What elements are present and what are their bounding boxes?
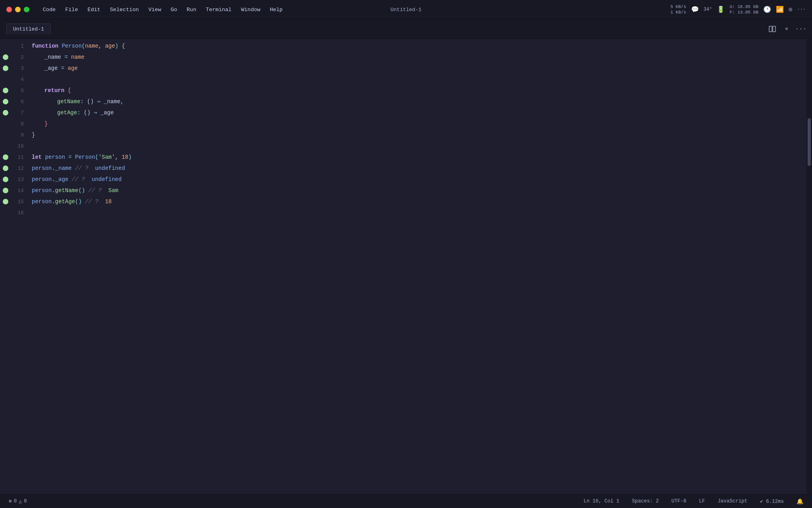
code-line-2: _name = name [32, 52, 806, 63]
split-icon [769, 25, 776, 33]
code-line-4 [32, 74, 806, 85]
code-line-10 [32, 140, 806, 152]
breakpoint-13[interactable] [0, 177, 11, 182]
code-line-1: function Person(name, age) { [32, 40, 806, 52]
menu-run[interactable]: Run [183, 6, 200, 13]
maximize-button[interactable] [24, 7, 29, 12]
code-line-16 [32, 207, 806, 218]
breakpoint-2[interactable] [0, 54, 11, 60]
breakpoint-15[interactable] [0, 199, 11, 204]
line-11: 11 [0, 152, 29, 163]
cursor-position[interactable]: Ln 16, Col 1 [581, 498, 622, 505]
scrollbar-thumb[interactable] [808, 118, 811, 166]
menu-terminal[interactable]: Terminal [202, 6, 236, 13]
line-10: 10 [0, 140, 29, 152]
line-14: 14 [0, 185, 29, 196]
breakpoint-3[interactable] [0, 65, 11, 71]
code-line-11: let person = Person('Sam', 18) [32, 152, 806, 163]
wifi-icon: 📶 [776, 6, 784, 13]
statusbar-right: Ln 16, Col 1 Spaces: 2 UTF-8 LF JavaScri… [581, 497, 806, 506]
warning-count: 0 [24, 498, 27, 504]
clock-icon: 🕐 [763, 6, 771, 13]
more-icon: ··· [797, 7, 806, 12]
code-line-3: _age = age [32, 63, 806, 74]
code-editor[interactable]: function Person(name, age) { _name = nam… [29, 39, 806, 494]
warning-icon: △ [19, 498, 22, 504]
line-6: 6 [0, 96, 29, 107]
statusbar: ⊗ 0 △ 0 Ln 16, Col 1 Spaces: 2 UTF-8 LF … [0, 494, 812, 508]
menu-selection[interactable]: Selection [106, 6, 143, 13]
line-9: 9 [0, 129, 29, 140]
breakpoint-7[interactable] [0, 110, 11, 115]
menu-view[interactable]: View [144, 6, 165, 13]
code-line-6: getName: () ⇒ _name, [32, 96, 806, 107]
titlebar: Code File Edit Selection View Go Run Ter… [0, 0, 812, 19]
titlebar-left: Code File Edit Selection View Go Run Ter… [6, 6, 287, 13]
code-line-15: person.getAge() // ? 18 [32, 196, 806, 207]
breakpoint-6[interactable] [0, 99, 11, 104]
line-5: 5 [0, 85, 29, 96]
editor-tabs: Untitled-1 ● ··· [0, 19, 812, 39]
notifications-icon[interactable]: 🔔 [794, 497, 806, 506]
scrollbar-track [806, 39, 812, 494]
breakpoint-5[interactable] [0, 88, 11, 93]
traffic-lights [6, 7, 29, 12]
encoding[interactable]: UTF-8 [669, 498, 689, 505]
menu-edit[interactable]: Edit [84, 6, 104, 13]
close-button[interactable] [6, 7, 12, 12]
minimize-button[interactable] [15, 7, 21, 12]
breakpoint-11[interactable] [0, 154, 11, 160]
code-line-13: person._age // ? undefined [32, 174, 806, 185]
temp-info: 34° [704, 7, 712, 12]
window-title: Untitled-1 [391, 7, 421, 13]
active-tab[interactable]: Untitled-1 [6, 23, 51, 35]
breakpoint-14[interactable] [0, 188, 11, 193]
menu-bar: Code File Edit Selection View Go Run Ter… [34, 6, 287, 13]
code-line-12: person._name // ? undefined [32, 163, 806, 174]
network-info: 5 KB/s 1 KB/s [670, 4, 686, 15]
more-actions-button[interactable]: ··· [796, 24, 806, 34]
storage-info: U: 18.95 GB F: 13.05 GB [730, 4, 758, 15]
menu-code[interactable]: Code [39, 6, 59, 13]
perf-status: ✔ 6.12ms [758, 497, 786, 505]
line-13: 13 [0, 174, 29, 185]
breakpoint-12[interactable] [0, 165, 11, 171]
line-1: 1 [0, 40, 29, 52]
statusbar-left: ⊗ 0 △ 0 [6, 497, 29, 505]
code-line-14: person.getName() // ? Sam [32, 185, 806, 196]
tab-label: Untitled-1 [13, 26, 44, 32]
line-3: 3 [0, 63, 29, 74]
battery-icon: 🔋 [717, 6, 725, 13]
editor-main: 1 2 3 4 5 6 7 8 [0, 39, 812, 494]
svg-rect-0 [769, 26, 772, 32]
errors-status[interactable]: ⊗ 0 △ 0 [6, 497, 29, 505]
code-line-9: } [32, 129, 806, 140]
svg-rect-1 [773, 26, 776, 32]
tab-actions: ● ··· [768, 24, 806, 34]
line-2: 2 [0, 52, 29, 63]
error-icon: ⊗ [9, 498, 12, 504]
line-gutter: 1 2 3 4 5 6 7 8 [0, 39, 29, 494]
split-editor-button[interactable] [768, 24, 777, 34]
wechat-icon: 💬 [691, 6, 699, 13]
error-count: 0 [14, 498, 17, 504]
control-center-icon: ⊙ [789, 6, 793, 13]
line-16: 16 [0, 207, 29, 218]
line-8: 8 [0, 118, 29, 129]
menu-go[interactable]: Go [167, 6, 181, 13]
code-line-7: getAge: () ⇒ _age [32, 107, 806, 118]
code-line-8: } [32, 118, 806, 129]
language-mode[interactable]: JavaScript [715, 498, 750, 505]
line-12: 12 [0, 163, 29, 174]
menu-help[interactable]: Help [266, 6, 286, 13]
line-15: 15 [0, 196, 29, 207]
menu-window[interactable]: Window [237, 6, 264, 13]
code-line-5: return { [32, 85, 806, 96]
line-7: 7 [0, 107, 29, 118]
indentation[interactable]: Spaces: 2 [630, 498, 661, 505]
menu-file[interactable]: File [61, 6, 82, 13]
dot-indicator: ● [782, 24, 791, 34]
titlebar-right: 5 KB/s 1 KB/s 💬 34° 🔋 U: 18.95 GB F: 13.… [670, 4, 806, 15]
eol[interactable]: LF [697, 498, 707, 505]
line-4: 4 [0, 74, 29, 85]
